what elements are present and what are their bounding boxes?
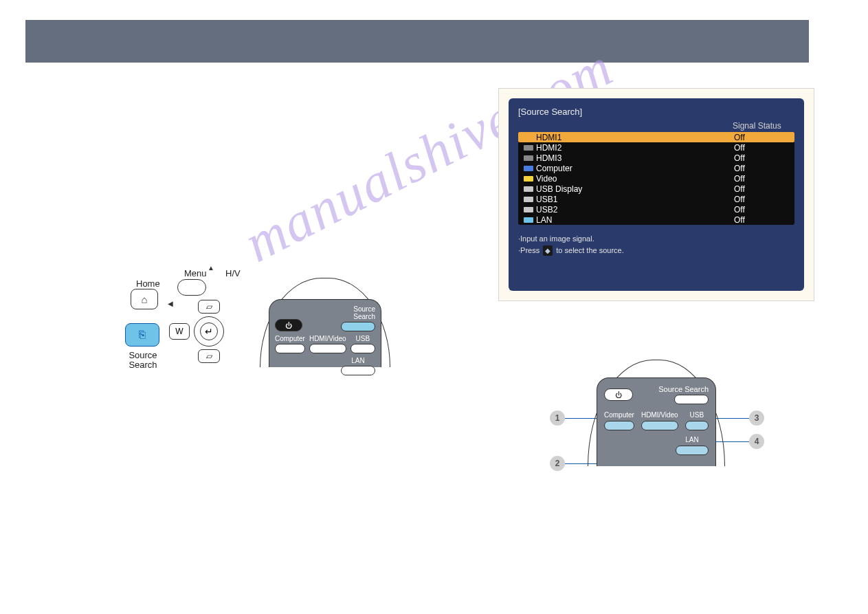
- computer-pill: [275, 344, 305, 353]
- source-search-button: ⎘: [125, 323, 159, 347]
- source-search-label: Source Search: [128, 351, 158, 371]
- callout-4: 4: [749, 434, 764, 449]
- keystone-up-icon: ▱: [206, 302, 212, 311]
- callout-1: 1: [550, 410, 565, 426]
- usb-pill: [350, 344, 375, 353]
- hdmi-video-label: HDMI/Video: [309, 336, 346, 342]
- osd-row-status: Off: [734, 205, 792, 215]
- callout-3: 3: [749, 410, 764, 426]
- usb-label: USB: [356, 336, 370, 342]
- source-search-pill-2: [674, 395, 709, 404]
- lan-pill-2: [676, 446, 709, 455]
- osd-row-status: Off: [734, 153, 792, 163]
- osd-row: VideoOff: [518, 173, 794, 184]
- osd-row-name: USB2: [536, 205, 734, 215]
- source-port-icon: [521, 197, 536, 202]
- osd-panel: [Source Search] Signal Status HDMI1OffHD…: [509, 98, 804, 291]
- source-search-label-remote: Source Search: [334, 305, 375, 320]
- osd-row-status: Off: [734, 184, 792, 194]
- osd-row: USB1Off: [518, 194, 794, 204]
- remote-outline: ⏻ Source Search Computer HDMI/Video USB: [260, 278, 390, 367]
- computer-button-col: Computer: [275, 336, 305, 353]
- osd-row-name: HDMI1: [536, 133, 734, 142]
- home-button: ⌂: [131, 289, 158, 309]
- source-search-pill: [341, 322, 375, 331]
- computer-pill-2: [604, 421, 634, 430]
- keystone-down-button: ▱: [198, 349, 220, 363]
- osd-hint-2-pre: ·Press: [518, 246, 539, 254]
- source-port-icon: [521, 176, 536, 182]
- osd-row-name: Computer: [536, 164, 734, 173]
- enter-button: ↵: [194, 316, 224, 347]
- updown-key-icon: ◆: [543, 245, 553, 256]
- computer-label-2: Computer: [604, 411, 634, 419]
- osd-row-name: USB1: [536, 195, 734, 204]
- osd-hint-1: ·Input an image signal.: [518, 233, 794, 245]
- osd-row-name: LAN: [536, 215, 734, 225]
- osd-hint-2: ·Press ◆ to select the source.: [518, 245, 794, 256]
- arrow-up-icon: ▲: [208, 264, 214, 272]
- osd-row: USB DisplayOff: [518, 184, 794, 194]
- menu-button: [177, 279, 206, 296]
- power-button: ⏻: [275, 319, 302, 331]
- osd-screenshot: [Source Search] Signal Status HDMI1OffHD…: [498, 88, 814, 301]
- header-bar: [25, 20, 809, 63]
- osd-row: HDMI3Off: [518, 153, 794, 163]
- osd-row-status: Off: [734, 164, 792, 173]
- arrow-left-icon: ◀: [168, 300, 173, 307]
- osd-row: ComputerOff: [518, 163, 794, 173]
- osd-title: [Source Search]: [518, 107, 794, 117]
- source-port-icon: [521, 166, 536, 171]
- osd-row-status: Off: [734, 143, 792, 153]
- osd-row: LANOff: [518, 215, 794, 225]
- hdmi-video-pill-2: [641, 421, 678, 430]
- osd-row-name: USB Display: [536, 184, 734, 194]
- keystone-up-button: ▱: [198, 300, 220, 314]
- keystone-down-icon: ▱: [206, 351, 212, 361]
- computer-button-2: Computer: [604, 411, 634, 430]
- lan-pill: [341, 366, 375, 375]
- hdmi-video-button-col: HDMI/Video: [309, 336, 346, 353]
- remote-callout-illustration: 1 2 3 4 ⏻ Source Search Computer HDMI/Vi…: [550, 358, 783, 481]
- osd-row-status: Off: [734, 133, 792, 142]
- power-button-2: ⏻: [604, 388, 633, 401]
- remote-face: ⏻ Source Search Computer HDMI/Video USB: [269, 299, 381, 367]
- source-port-icon: [521, 186, 536, 192]
- enter-icon: ↵: [200, 322, 218, 340]
- osd-row-name: HDMI2: [536, 143, 734, 153]
- hdmi-video-pill: [309, 344, 346, 353]
- source-port-icon: [521, 145, 536, 151]
- lan-button-col: LAN: [341, 358, 375, 375]
- source-port-icon: [521, 207, 536, 212]
- remote2-face: ⏻ Source Search Computer HDMI/Video USB: [597, 377, 716, 466]
- wide-button: W: [169, 323, 190, 340]
- home-icon: ⌂: [141, 294, 147, 305]
- osd-hint-2-post: to select the source.: [556, 246, 623, 254]
- osd-row-name: Video: [536, 174, 734, 184]
- osd-list: HDMI1OffHDMI2OffHDMI3OffComputerOffVideo…: [518, 132, 794, 225]
- hdmi-video-button-2: HDMI/Video: [641, 411, 678, 430]
- usb-label-2: USB: [690, 411, 704, 419]
- osd-row: HDMI1Off: [518, 132, 794, 142]
- source-port-icon: [521, 135, 536, 140]
- source-search-label-2: Source Search: [658, 385, 709, 393]
- osd-row-status: Off: [734, 174, 792, 184]
- osd-row-status: Off: [734, 195, 792, 204]
- osd-header-status: Signal Status: [733, 121, 794, 131]
- computer-label: Computer: [275, 336, 305, 342]
- remote2-outline: ⏻ Source Search Computer HDMI/Video USB: [588, 360, 725, 466]
- osd-row: USB2Off: [518, 204, 794, 215]
- usb-button-2: USB: [685, 411, 709, 430]
- hv-label: H/V: [225, 268, 241, 278]
- hdmi-video-label-2: HDMI/Video: [641, 411, 678, 419]
- lan-button-2: LAN: [676, 436, 709, 455]
- home-label: Home: [136, 278, 160, 289]
- illustration-control-panel: Home ⌂ ⎘ Source Search Menu H/V ▲ ◀ ▼ ▱ …: [115, 268, 397, 385]
- osd-row-status: Off: [734, 215, 792, 225]
- menu-label: Menu: [184, 268, 207, 278]
- usb-button-col: USB: [350, 336, 375, 353]
- osd-row: HDMI2Off: [518, 142, 794, 153]
- dpad: ▱ W ↵ ▱: [175, 297, 243, 366]
- lan-label: LAN: [351, 358, 364, 364]
- usb-pill-2: [685, 421, 709, 430]
